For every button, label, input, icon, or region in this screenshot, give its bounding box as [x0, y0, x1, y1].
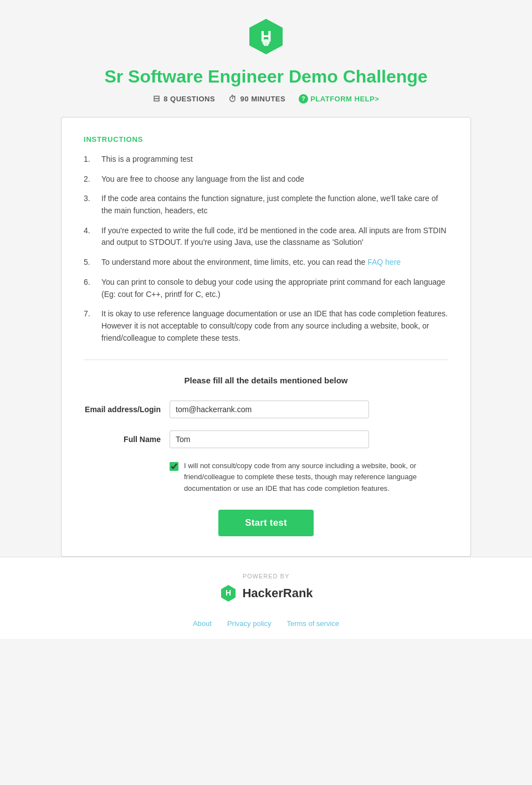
- footer-links: About Privacy policy Terms of service: [0, 612, 532, 639]
- time-meta: ⏱ 90 MINUTES: [228, 94, 285, 104]
- main-card: INSTRUCTIONS 1. This is a programming te…: [61, 117, 471, 557]
- powered-by-label: POWERED BY: [0, 573, 532, 579]
- list-item: 2. You are free to choose any language f…: [84, 173, 448, 186]
- fullname-field[interactable]: [170, 430, 369, 448]
- fullname-form-group: Full Name: [84, 430, 448, 448]
- footer-link-terms[interactable]: Terms of service: [287, 619, 339, 628]
- questions-label: 8 QUESTIONS: [163, 95, 215, 103]
- list-item: 1. This is a programming test: [84, 153, 448, 166]
- fullname-label: Full Name: [84, 430, 170, 444]
- platform-help-label: PLATFORM HELP>: [310, 95, 379, 103]
- list-item: 5. To understand more about the environm…: [84, 256, 448, 269]
- terms-checkbox[interactable]: [170, 462, 178, 471]
- terms-checkbox-row: I will not consult/copy code from any so…: [170, 460, 448, 494]
- logo-hexagon: H ↓: [246, 17, 286, 57]
- questions-icon: ⊟: [153, 94, 161, 104]
- list-item: 3. If the code area contains the functio…: [84, 193, 448, 217]
- meta-bar: ⊟ 8 QUESTIONS ⏱ 90 MINUTES ? PLATFORM HE…: [61, 94, 471, 104]
- email-field[interactable]: [170, 401, 369, 418]
- svg-text:↓: ↓: [265, 41, 268, 47]
- footer-link-about[interactable]: About: [193, 619, 212, 628]
- help-icon: ?: [299, 94, 308, 104]
- instructions-list: 1. This is a programming test 2. You are…: [84, 153, 448, 344]
- brand-name: HackerRank: [242, 586, 313, 601]
- clock-icon: ⏱: [228, 94, 237, 104]
- start-test-button[interactable]: Start test: [218, 510, 314, 536]
- hackerrank-logo: H HackerRank: [0, 584, 532, 603]
- minutes-label: 90 MINUTES: [241, 95, 286, 103]
- email-label: Email address/Login: [84, 401, 170, 414]
- form-title: Please fill all the details mentioned be…: [84, 376, 448, 385]
- divider: [84, 360, 448, 360]
- terms-checkbox-label: I will not consult/copy code from any so…: [184, 460, 448, 494]
- footer-link-privacy[interactable]: Privacy policy: [227, 619, 271, 628]
- page-title: Sr Software Engineer Demo Challenge: [61, 66, 471, 87]
- list-item: 6. You can print to console to debug you…: [84, 276, 448, 300]
- hackerrank-logo-icon: H: [219, 584, 238, 603]
- questions-meta: ⊟ 8 QUESTIONS: [153, 94, 215, 104]
- svg-text:H: H: [226, 588, 231, 597]
- instructions-title: INSTRUCTIONS: [84, 135, 448, 143]
- footer-powered: POWERED BY H HackerRank: [0, 557, 532, 612]
- page-wrapper: H ↓ Sr Software Engineer Demo Challenge …: [50, 0, 482, 557]
- list-item: 7. It is okay to use reference language …: [84, 308, 448, 344]
- faq-link[interactable]: FAQ here: [367, 258, 401, 266]
- list-item: 4. If you're expected to write the full …: [84, 225, 448, 249]
- platform-help-link[interactable]: ? PLATFORM HELP>: [299, 94, 379, 104]
- header: H ↓ Sr Software Engineer Demo Challenge …: [61, 17, 471, 104]
- email-form-group: Email address/Login: [84, 401, 448, 418]
